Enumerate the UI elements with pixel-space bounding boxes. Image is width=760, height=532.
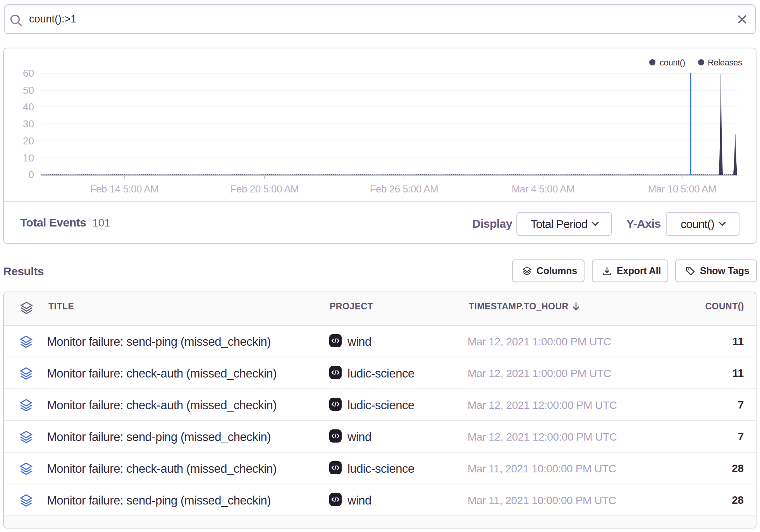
- svg-text:40: 40: [23, 101, 34, 113]
- svg-text:Feb 26 5:00 AM: Feb 26 5:00 AM: [370, 183, 438, 195]
- svg-text:count(): count(): [660, 58, 685, 67]
- svg-text:Mar 10 5:00 AM: Mar 10 5:00 AM: [648, 183, 717, 195]
- svg-text:10: 10: [23, 152, 34, 164]
- svg-text:Feb 14 5:00 AM: Feb 14 5:00 AM: [90, 183, 159, 195]
- svg-text:60: 60: [23, 67, 34, 79]
- svg-text:30: 30: [23, 118, 34, 130]
- svg-text:Feb 20 5:00 AM: Feb 20 5:00 AM: [230, 183, 299, 195]
- svg-text:20: 20: [23, 135, 34, 147]
- svg-text:Releases: Releases: [708, 58, 742, 67]
- svg-text:0: 0: [29, 169, 34, 180]
- svg-text:Mar 4 5:00 AM: Mar 4 5:00 AM: [512, 183, 575, 195]
- svg-text:50: 50: [23, 84, 34, 96]
